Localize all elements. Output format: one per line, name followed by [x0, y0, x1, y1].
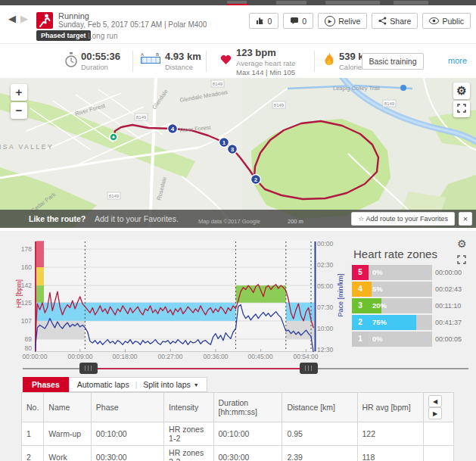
next-page-button[interactable]: ▶ — [428, 407, 442, 419]
col-distance: Distance [km] — [282, 393, 357, 422]
slider-handle-left[interactable] — [79, 363, 98, 374]
slider-selected-range — [89, 368, 309, 369]
flame-icon — [324, 52, 334, 70]
cell-hr-avg: 122 — [357, 422, 424, 446]
zone-percent: 75% — [372, 315, 387, 330]
hr-zone-row: 5 0% 00:00:00 — [352, 265, 473, 280]
relive-label: Relive — [338, 17, 360, 26]
share-icon — [378, 17, 387, 25]
cell-no: 1 — [22, 422, 44, 446]
divider — [314, 51, 315, 72]
prev-session-button[interactable]: ◀ — [8, 13, 16, 24]
route-map[interactable]: 1 2 3 4 LOUISA VALLEY River Forest River… — [0, 78, 476, 228]
target-name: Long run — [88, 32, 117, 40]
share-button[interactable]: Share — [372, 13, 418, 29]
slider-handle-right[interactable] — [300, 363, 318, 374]
top-nav-item[interactable] — [394, 1, 428, 5]
zone-percent: 20% — [372, 298, 387, 313]
pace-axis-tick: 02:30 — [317, 261, 333, 269]
phased-target-badge: Phased target — [36, 30, 91, 41]
chart-settings-button[interactable]: ⚙ — [457, 238, 467, 250]
svg-text:8149: 8149 — [109, 194, 120, 198]
trail-poi-icon — [400, 85, 406, 91]
km-marker-label: 2 — [254, 176, 258, 183]
zone-time: 00:11:10 — [435, 298, 461, 313]
cell-hr-avg: 118 — [357, 446, 424, 461]
add-route-favorites-button[interactable]: ☆ Add route to your Favorites — [351, 212, 455, 226]
divider — [132, 51, 133, 72]
col-name: Name — [44, 393, 91, 422]
table-pagination: ◀ ▶ — [424, 393, 454, 422]
cell-duration: 00:30:00 — [213, 446, 282, 461]
duration-value: 00:55:36 — [81, 51, 120, 62]
zone-bar: 75% — [369, 315, 432, 330]
cell-no: 2 — [22, 446, 44, 461]
zone-bar: 20% — [369, 298, 432, 313]
zone-time: 00:00:00 — [435, 265, 462, 280]
tab-automatic-laps[interactable]: Automatic laps — [77, 380, 129, 389]
laps-tabs: Phases Automatic laps | Split into laps … — [23, 377, 207, 392]
zone-bar: 5% — [369, 282, 432, 297]
like-button[interactable]: 0 — [249, 13, 278, 29]
hr-axis-tick: 89 — [14, 335, 32, 343]
zone-bar: 0% — [369, 265, 432, 280]
cell-intensity: HR zones 2-2 — [164, 446, 213, 461]
close-overlay-button[interactable]: × — [459, 212, 472, 226]
thumbs-up-icon — [256, 17, 264, 25]
pace-axis-tick: 07:30 — [317, 304, 333, 311]
top-nav-item[interactable] — [276, 1, 306, 5]
pace-axis-label: Pace [min/km] — [337, 269, 344, 322]
map-zoom-out-button[interactable]: − — [11, 102, 27, 119]
prev-page-button[interactable]: ◀ — [428, 395, 442, 407]
more-link[interactable]: more — [448, 56, 467, 65]
minus-icon: − — [16, 104, 23, 117]
hr-pace-chart[interactable] — [35, 240, 316, 352]
cell-distance: 0.95 — [282, 422, 357, 446]
cell-duration: 00:10:00 — [213, 422, 282, 446]
back-icon: ◀ — [8, 13, 16, 24]
hr-axis-label: HR [bpm] — [15, 276, 23, 311]
comment-icon — [290, 17, 299, 25]
hr-zone-row: 3 20% 00:11:10 — [352, 298, 473, 313]
svg-text:8149: 8149 — [384, 101, 395, 106]
route-favorites-overlay: Like the route? Add it to your Favorites… — [0, 210, 476, 228]
header-actions: 0 0 ▶ Relive Share Public — [249, 13, 471, 29]
laps-options-box: Automatic laps | Split into laps ▼ — [69, 377, 207, 392]
table-row[interactable]: 2 Work 00:30:00 HR zones 2-2 00:30:00 2.… — [22, 446, 454, 461]
svg-text:8149: 8149 — [274, 103, 285, 107]
public-button[interactable]: Public — [422, 13, 471, 29]
next-session-button[interactable]: ▶ — [20, 13, 28, 24]
next-icon: ▶ — [433, 410, 437, 417]
top-nav-item[interactable] — [325, 1, 380, 5]
time-axis-tick: 00:27:00 — [154, 353, 187, 360]
running-sport-icon — [36, 12, 53, 29]
map-fullscreen-button[interactable] — [453, 101, 470, 117]
hr-zone-row: 1 0% 00:00:05 — [352, 332, 473, 347]
pace-axis-tick: 05:00 — [317, 282, 333, 290]
training-benefit-button[interactable]: Basic training — [362, 53, 424, 70]
cell-intensity: HR zones 1-2 — [164, 422, 213, 446]
cell-distance: 2.39 — [282, 446, 357, 461]
km-marker-label: 1 — [222, 139, 226, 146]
relive-button[interactable]: ▶ Relive — [318, 13, 367, 29]
map-scale-label: 200 m — [288, 218, 303, 225]
hr-axis-tick: 107 — [14, 317, 32, 325]
time-axis-tick: 00:18:00 — [108, 353, 142, 360]
heart-icon — [219, 53, 232, 68]
zone-number: 1 — [352, 332, 369, 347]
expand-icon — [457, 255, 466, 264]
hr-zone-row: 4 5% 00:02:43 — [352, 282, 473, 297]
split-into-laps-dropdown[interactable]: Split into laps ▼ — [143, 380, 198, 389]
comment-button[interactable]: 0 — [283, 13, 313, 29]
table-row[interactable]: 1 Warm-up 00:10:00 HR zones 1-2 00:10:00… — [22, 422, 454, 446]
cell-phase: 00:30:00 — [91, 446, 163, 461]
eye-icon — [429, 17, 439, 24]
map-settings-button[interactable]: ⚙ — [453, 83, 470, 99]
zone-percent: 5% — [372, 282, 383, 297]
time-range-slider[interactable] — [0, 362, 476, 377]
map-attribution: Map data ©2017 Google — [198, 218, 260, 225]
tab-phases[interactable]: Phases — [23, 377, 69, 392]
map-zoom-in-button[interactable]: + — [11, 84, 27, 101]
hr-zone-row: 2 75% 00:41:37 — [352, 315, 473, 330]
session-datetime: Sunday, Feb 5, 2017 05:17 AM | Polar M40… — [58, 20, 207, 29]
